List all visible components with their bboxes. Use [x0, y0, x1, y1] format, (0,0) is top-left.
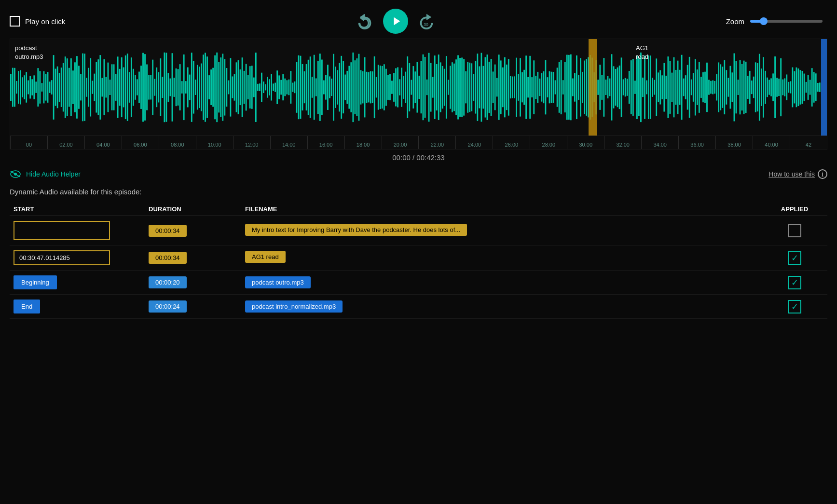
- col-filename: FILENAME: [245, 205, 766, 213]
- duration-badge-3: 00:00:20: [149, 276, 187, 288]
- timeline-tick: 28:00: [530, 136, 567, 149]
- col-start: START: [14, 205, 149, 213]
- timeline-tick: 02:00: [47, 136, 84, 149]
- hide-audio-helper-label: Hide Audio Helper: [26, 170, 81, 178]
- zoom-control: Zoom: [726, 17, 823, 26]
- timeline: 0002:0004:0006:0008:0010:0012:0014:0016:…: [10, 136, 827, 149]
- timeline-tick: 10:00: [196, 136, 233, 149]
- end-button[interactable]: End: [14, 300, 40, 313]
- zoom-slider[interactable]: [750, 20, 823, 23]
- timeline-tick: 08:00: [159, 136, 196, 149]
- svg-text:30: 30: [424, 22, 428, 27]
- timeline-tick: 30:00: [567, 136, 604, 149]
- forward-icon: 30: [417, 12, 435, 30]
- col-duration: DURATION: [149, 205, 245, 213]
- hide-audio-helper-button[interactable]: Hide Audio Helper: [10, 170, 81, 178]
- table-header: START DURATION FILENAME APPLIED: [10, 203, 827, 216]
- cell-filename-2: AG1 read: [245, 251, 766, 265]
- waveform-canvas: [10, 39, 827, 136]
- filename-badge-4: podcast intro_normalized.mp3: [245, 300, 343, 313]
- timeline-tick: 42: [790, 136, 827, 149]
- ag1-marker: [589, 39, 597, 136]
- timeline-tick: 18:00: [344, 136, 382, 149]
- play-icon: [391, 16, 402, 27]
- start-input-1[interactable]: [14, 221, 110, 240]
- cell-filename-1: My intro text for Improving Barry with D…: [245, 224, 766, 238]
- table-row: Beginning 00:00:20 podcast outro.mp3: [10, 271, 827, 295]
- play-on-click-checkbox[interactable]: [10, 16, 20, 27]
- forward-button[interactable]: 30: [417, 12, 435, 30]
- applied-checkbox-1[interactable]: [788, 224, 801, 237]
- track-label: podcast outro.mp3: [15, 44, 43, 61]
- how-to-use-label: How to use this: [768, 170, 815, 178]
- play-on-click-label: Play on click: [25, 17, 65, 26]
- timeline-tick: 20:00: [382, 136, 419, 149]
- waveform-section: podcast outro.mp3 AG1 read 0002:0004:000…: [10, 39, 827, 150]
- timeline-tick: 40:00: [753, 136, 790, 149]
- cell-applied-1: [766, 224, 823, 237]
- timeline-tick: 06:00: [122, 136, 159, 149]
- cell-filename-4: podcast intro_normalized.mp3: [245, 300, 766, 313]
- info-icon: i: [818, 169, 827, 179]
- col-applied: APPLIED: [766, 205, 823, 213]
- timeline-tick: 24:00: [455, 136, 493, 149]
- blue-marker: [821, 39, 827, 136]
- waveform-container[interactable]: podcast outro.mp3 AG1 read: [10, 39, 827, 136]
- cell-applied-2: [766, 251, 823, 265]
- applied-checkbox-2[interactable]: [788, 251, 801, 265]
- timeline-tick: 14:00: [270, 136, 307, 149]
- audio-helper-bar: Hide Audio Helper How to use this i: [0, 165, 837, 183]
- hide-eye-icon: [10, 170, 21, 178]
- timeline-tick: 26:00: [493, 136, 530, 149]
- table-body: 00:00:34 My intro text for Improving Bar…: [10, 216, 827, 319]
- cell-start-4: End: [14, 300, 149, 313]
- time-display: 00:00 / 00:42:33: [0, 150, 837, 165]
- table-row: 00:00:34 AG1 read: [10, 245, 827, 271]
- cell-start-3: Beginning: [14, 275, 149, 289]
- duration-badge-2: 00:00:34: [149, 252, 187, 264]
- zoom-label: Zoom: [726, 17, 744, 26]
- svg-marker-1: [394, 17, 400, 26]
- timeline-tick: 32:00: [604, 136, 641, 149]
- cell-duration-4: 00:00:24: [149, 300, 245, 313]
- timeline-tick: 04:00: [84, 136, 122, 149]
- timeline-tick: 12:00: [233, 136, 270, 149]
- play-button[interactable]: [383, 9, 408, 34]
- transport-controls: 10 30: [356, 9, 435, 34]
- start-input-2[interactable]: [14, 250, 110, 265]
- cell-start-2: [14, 250, 149, 265]
- how-to-use-container[interactable]: How to use this i: [768, 169, 827, 179]
- applied-checkbox-3[interactable]: [788, 276, 801, 289]
- play-on-click-container: Play on click: [10, 16, 65, 27]
- timeline-tick: 22:00: [418, 136, 455, 149]
- applied-checkbox-4[interactable]: [788, 300, 801, 313]
- timeline-tick: 36:00: [678, 136, 715, 149]
- timeline-tick: 34:00: [641, 136, 678, 149]
- cell-start-1: [14, 221, 149, 240]
- cell-duration-2: 00:00:34: [149, 252, 245, 264]
- top-bar: Play on click 10 30 Zoom: [0, 0, 837, 39]
- table-row: 00:00:34 My intro text for Improving Bar…: [10, 216, 827, 245]
- filename-badge-3: podcast outro.mp3: [245, 276, 311, 288]
- cell-applied-4: [766, 300, 823, 313]
- ag1-label: AG1 read: [636, 44, 648, 61]
- cell-duration-1: 00:00:34: [149, 225, 245, 237]
- filename-badge-2: AG1 read: [245, 251, 286, 263]
- rewind-icon: 10: [356, 12, 374, 30]
- timeline-tick: 16:00: [307, 136, 344, 149]
- table-row: End 00:00:24 podcast intro_normalized.mp…: [10, 295, 827, 319]
- dynamic-audio-section: Dynamic Audio available for this episode…: [0, 183, 837, 319]
- duration-badge-4: 00:00:24: [149, 300, 187, 313]
- cell-applied-3: [766, 276, 823, 289]
- duration-badge-1: 00:00:34: [149, 225, 187, 237]
- timeline-tick: 38:00: [715, 136, 753, 149]
- timeline-tick: 00: [10, 136, 47, 149]
- rewind-button[interactable]: 10: [356, 12, 374, 30]
- cell-filename-3: podcast outro.mp3: [245, 276, 766, 288]
- filename-badge-1: My intro text for Improving Barry with D…: [245, 224, 467, 236]
- beginning-button[interactable]: Beginning: [14, 275, 57, 289]
- cell-duration-3: 00:00:20: [149, 276, 245, 288]
- section-title: Dynamic Audio available for this episode…: [10, 188, 827, 196]
